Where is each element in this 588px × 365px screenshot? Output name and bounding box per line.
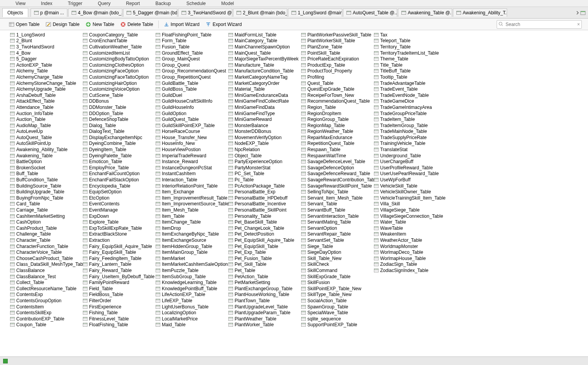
table-item[interactable]: EmployPrice_Table [82, 165, 155, 171]
table-item[interactable]: PlantWorkerPassiveSkill_Table [300, 32, 373, 38]
table-item[interactable]: ItemDrop [155, 225, 228, 231]
table-item[interactable]: 5_Dagger [9, 56, 82, 62]
table-item[interactable]: PetAction_Table [228, 274, 300, 280]
table-item[interactable]: WorlmapDeco_Table [373, 249, 446, 255]
table-item[interactable]: BattleOption [9, 158, 82, 165]
table-item[interactable]: BrokenSocket [9, 165, 82, 171]
menu-view[interactable]: View [12, 1, 29, 6]
table-item[interactable]: Auction_Table [9, 116, 82, 122]
table-item[interactable]: ServantOption [300, 225, 373, 231]
table-item[interactable]: InstanceDungeonPcStat [155, 165, 228, 171]
table-item[interactable]: MainQuest_Table [228, 50, 300, 56]
table-item[interactable]: LocalizingOption [155, 310, 228, 316]
table-item[interactable]: CharacterVoice_Table [9, 249, 82, 255]
table-item[interactable]: Awakening_Ability_Table [9, 146, 82, 153]
table-item[interactable]: VehicleTrainingSkill_Item_Table [373, 195, 446, 201]
table-item[interactable]: PersonalBattle_HPDebuff [228, 195, 300, 201]
table-item[interactable]: PlantTown_Table [228, 298, 300, 304]
table-item[interactable]: Item_Mesh_Table [155, 207, 228, 213]
table-item[interactable]: MiniGameFindType [228, 110, 300, 117]
table-item[interactable]: Pet_DetectPosition [228, 231, 300, 238]
table-item[interactable]: ChooseCashProduct_Table [9, 255, 82, 262]
table-item[interactable]: TradeGroupPriceTable [373, 110, 446, 117]
table-item[interactable]: RecommendationQuest_Table [300, 98, 373, 105]
table-item[interactable]: TradeEventNode_Table [373, 92, 446, 98]
table-item[interactable]: QuestExpGrade_Table [300, 86, 373, 92]
table-item[interactable]: TradeAdvantageTable [373, 80, 446, 86]
export-wizard-button[interactable]: Export Wizard [203, 20, 244, 29]
table-item[interactable]: MovementVerifyOption [228, 134, 300, 141]
table-item[interactable]: ExpToSkillExpRate_Table [82, 225, 155, 231]
table-item[interactable]: SavageRewardSkillPoint_Table [300, 183, 373, 189]
table-item[interactable]: Collect_Table [9, 279, 82, 286]
table-item[interactable]: Coupon_Table [9, 322, 82, 328]
table-item[interactable]: PlantUpgradeLevel_Table [228, 304, 300, 310]
table-item[interactable]: SpecialWave_Table [300, 310, 373, 316]
table-item[interactable]: GuildHouseCraftSkillInfo [155, 98, 228, 105]
table-item[interactable]: Carriage_Table [9, 207, 82, 213]
table-item[interactable]: MarketCategoryNameTag [228, 74, 300, 80]
table-item[interactable]: Challenge_Table [9, 231, 82, 238]
table-item[interactable]: PlantExchangeGroup_Table [228, 286, 300, 292]
table-item[interactable]: Villa_Skill [373, 201, 446, 207]
new-table-button[interactable]: New Table [83, 20, 117, 29]
table-item[interactable]: AttackEffect_Table [9, 98, 82, 105]
table-item[interactable]: Instance_Reward [155, 158, 228, 165]
table-item[interactable]: MaidFormList_Table [228, 32, 300, 38]
table-item[interactable]: LifeEXP_Table [155, 298, 228, 304]
tab-0[interactable]: p @main ... [31, 9, 68, 17]
table-item[interactable]: CustomizingClothesOption [82, 62, 155, 68]
table-item[interactable]: MonsterBalance [228, 122, 300, 129]
menu-report[interactable]: Report [123, 1, 143, 6]
table-item[interactable]: CustomizingVoiceOption [82, 86, 155, 92]
table-item[interactable]: FloatFishingPoint_Table [155, 32, 228, 38]
menu-schedule[interactable]: Schedule [183, 1, 209, 6]
table-item[interactable]: PlantWeather_Table [228, 316, 300, 322]
table-item[interactable]: Pet_Table [228, 267, 300, 274]
table-item[interactable]: SavageRewardContribution_Table [300, 177, 373, 183]
clear-search-icon[interactable]: × [577, 22, 580, 27]
table-item[interactable]: Profiling [300, 74, 373, 80]
table-item[interactable]: SavageDefenceLevel_Table [300, 158, 373, 165]
table-item[interactable]: MainChannelSpawnOption [228, 44, 300, 50]
table-item[interactable]: AlchemyUpgrade_Table [9, 86, 82, 92]
table-item[interactable]: ActionEXP_Table [9, 62, 82, 68]
table-item[interactable]: SkillType_Table_New [300, 292, 373, 298]
table-item[interactable]: EquipSetOption [82, 189, 155, 195]
table-item[interactable]: AlchemyCharge_Table [9, 74, 82, 80]
table-item[interactable]: PointSkill_Table [300, 50, 373, 56]
table-item[interactable]: ServantInteraction_Table [300, 213, 373, 219]
table-item[interactable]: HouseInfo_New [155, 141, 228, 147]
table-item[interactable]: UserUsePearlReward_Table [373, 171, 446, 177]
table-item[interactable]: Item_Table [155, 213, 228, 219]
table-item[interactable]: ProductTool_Property [300, 68, 373, 74]
table-item[interactable]: ContentsGroupOption [9, 298, 82, 304]
table-item[interactable]: Tooltip_Table [373, 74, 446, 80]
table-item[interactable]: 2_Blunt [9, 38, 82, 44]
table-item[interactable]: UserChargeBuff [373, 158, 446, 165]
table-item[interactable]: RegionMap_Table [300, 122, 373, 129]
table-item[interactable]: Explore_Table [82, 219, 155, 225]
table-item[interactable]: CharacterFunction_Table [9, 243, 82, 250]
table-item[interactable]: HouseViewPostion [155, 146, 228, 153]
table-item[interactable]: Material_Table [228, 86, 300, 92]
table-item[interactable]: Group_RecommendationQuest [155, 68, 228, 74]
table-item[interactable]: ReceipeForTown_New [300, 92, 373, 98]
table-item[interactable]: SkillCheck [300, 262, 373, 268]
table-item[interactable]: ServantMating_Table [300, 219, 373, 225]
table-item[interactable]: FieldBoss_Table [82, 292, 155, 298]
table-item[interactable]: ItemSubGroup_Table [155, 274, 228, 280]
table-item[interactable]: SocialAction_Table [300, 298, 373, 304]
table-item[interactable]: ItemMarket [155, 255, 228, 262]
table-item[interactable]: 1_LongSword [9, 32, 82, 38]
table-item[interactable]: Tax [373, 32, 446, 38]
table-item[interactable]: ServantSet_Table [300, 237, 373, 243]
table-item[interactable]: PriceRateEachExpiration [300, 56, 373, 62]
table-item[interactable]: EnchantFailStackOption [82, 177, 155, 183]
tab-7[interactable]: Awakening_Table @... [398, 9, 452, 17]
table-item[interactable]: MiniGameFindData [228, 104, 300, 110]
table-item[interactable]: Territory_Table [373, 44, 446, 50]
table-item[interactable]: ContentsItem [9, 304, 82, 310]
table-item[interactable]: DyeingCombine_Table [82, 141, 155, 147]
table-item[interactable]: Fairy_EquipSkill_Aquire_Table [82, 243, 155, 250]
